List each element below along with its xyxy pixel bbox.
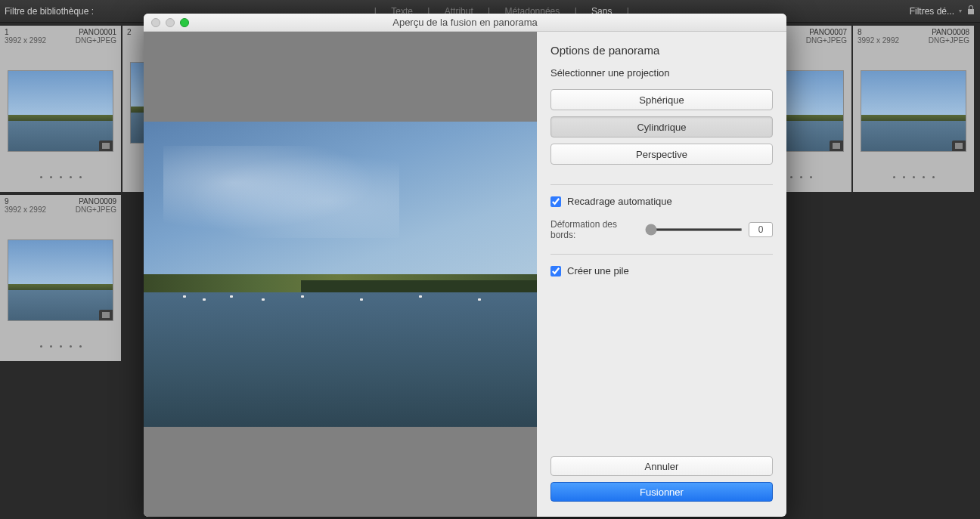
rating-dots[interactable] <box>40 176 82 178</box>
create-stack-checkbox-row[interactable]: Créer une pile <box>550 265 773 276</box>
flag-icon[interactable] <box>99 141 113 151</box>
svg-rect-3 <box>102 312 110 318</box>
window-minimize-button[interactable] <box>166 18 175 27</box>
autocrop-checkbox-row[interactable]: Recadrage automatique <box>550 196 773 207</box>
panorama-merge-dialog: Aperçu de la fusion en panorama Options … <box>144 14 786 517</box>
projection-label: Sélectionner une projection <box>550 67 773 79</box>
flag-icon[interactable] <box>99 310 113 320</box>
thumbnail-image[interactable] <box>861 70 966 152</box>
svg-rect-2 <box>955 143 963 149</box>
chevron-down-icon: ▾ <box>959 8 962 14</box>
rating-dots[interactable] <box>893 176 935 178</box>
panorama-options-panel: Options de panorama Sélectionner une pro… <box>537 32 786 517</box>
filters-dropdown[interactable]: Filtres dé... <box>910 6 954 17</box>
lock-icon[interactable] <box>966 5 975 17</box>
filter-label: Filtre de bibliothèque : <box>5 6 94 17</box>
rating-dots[interactable] <box>40 345 82 348</box>
boundary-warp-row: Déformation des bords: 0 <box>550 219 773 240</box>
create-stack-label: Créer une pile <box>567 265 629 276</box>
dialog-title: Aperçu de la fusion en panorama <box>144 17 786 28</box>
preview-image <box>144 122 537 427</box>
panorama-preview <box>144 32 537 517</box>
dialog-titlebar: Aperçu de la fusion en panorama <box>144 14 786 32</box>
projection-perspective-button[interactable]: Perspective <box>550 144 773 165</box>
flag-icon[interactable] <box>830 141 843 151</box>
window-close-button[interactable] <box>151 18 160 27</box>
thumbnail-image[interactable] <box>8 70 113 152</box>
projection-spherical-button[interactable]: Sphérique <box>550 89 773 110</box>
thumbnail-cell[interactable]: 1PANO0001 3992 x 2992DNG+JPEG <box>0 26 121 192</box>
merge-button[interactable]: Fusionner <box>550 482 773 502</box>
thumbnail-image[interactable] <box>8 239 113 321</box>
projection-cylindrical-button[interactable]: Cylindrique <box>550 116 773 137</box>
options-title: Options de panorama <box>550 44 773 57</box>
svg-rect-0 <box>102 143 110 149</box>
autocrop-label: Recadrage automatique <box>567 196 672 207</box>
boundary-warp-value[interactable]: 0 <box>749 222 773 237</box>
boundary-warp-label: Déformation des bords: <box>550 219 639 240</box>
thumbnail-cell[interactable]: 8PANO0008 3992 x 2992DNG+JPEG <box>853 26 974 192</box>
svg-rect-1 <box>833 143 840 149</box>
flag-icon[interactable] <box>952 141 966 151</box>
boundary-warp-slider[interactable] <box>645 228 743 231</box>
create-stack-checkbox[interactable] <box>550 266 561 276</box>
cancel-button[interactable]: Annuler <box>550 456 773 476</box>
window-zoom-button[interactable] <box>180 18 189 27</box>
thumbnail-cell[interactable]: 9PANO0009 3992 x 2992DNG+JPEG <box>0 195 121 361</box>
autocrop-checkbox[interactable] <box>550 196 561 207</box>
